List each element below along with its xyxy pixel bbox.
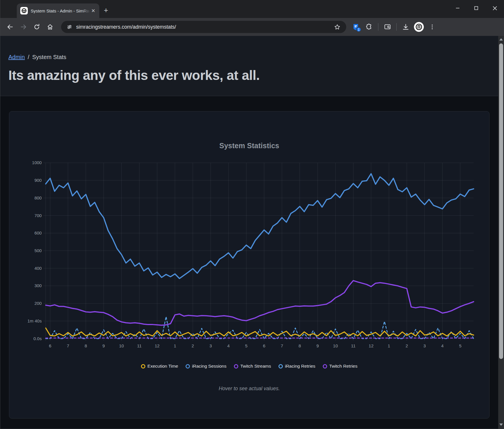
- address-bar[interactable]: simracingstreamers.com/admin/systemstats…: [61, 21, 346, 33]
- site-settings-icon[interactable]: [65, 23, 74, 31]
- y-axis-tick-label: 1000: [32, 160, 42, 165]
- x-axis-tick-label: 9: [316, 343, 319, 348]
- x-axis-tick-label: 1: [388, 343, 390, 348]
- x-axis-tick-label: 6: [263, 343, 265, 348]
- extension-badge: 1: [356, 27, 361, 32]
- x-axis-tick-label: 3: [209, 343, 212, 348]
- steering-wheel-icon: [21, 8, 27, 14]
- y-axis-tick-label: 300: [34, 283, 42, 288]
- privacy-extension-icon[interactable]: 1: [350, 21, 362, 33]
- legend-marker-circle-icon: [141, 364, 145, 368]
- browser-titlebar: System Stats - Admin - SimRaci ✕ +: [0, 0, 504, 18]
- toolbar-separator: [396, 23, 397, 31]
- legend-marker-circle-icon: [186, 364, 190, 368]
- x-axis-tick-label: 6: [49, 343, 51, 348]
- legend-marker-circle-icon: [278, 364, 283, 368]
- legend-label: iRacing Sessions: [192, 364, 226, 369]
- x-axis-tick-label: 5: [245, 343, 248, 348]
- tab-close-icon[interactable]: ✕: [90, 8, 96, 14]
- browser-window: System Stats - Admin - SimRaci ✕ +: [0, 0, 504, 429]
- page-title: Its amazing any of this ever works, at a…: [8, 67, 490, 83]
- browser-toolbar: simracingstreamers.com/admin/systemstats…: [0, 18, 504, 36]
- page-header: Admin/System Stats Its amazing any of th…: [0, 36, 498, 96]
- bookmark-star-icon[interactable]: [332, 22, 342, 32]
- x-axis-tick-label: 5: [459, 343, 461, 348]
- x-axis-tick-label: 12: [369, 343, 374, 348]
- y-axis-tick-label: 1m 40s: [28, 318, 42, 323]
- legend-item[interactable]: iRacing Retries: [278, 364, 315, 369]
- window-minimize-button[interactable]: [448, 0, 467, 16]
- legend-label: Twitch Retries: [329, 364, 357, 369]
- scrollbar-thumb[interactable]: [499, 43, 503, 359]
- x-axis-tick-label: 2: [406, 343, 408, 348]
- legend-item[interactable]: Execution Time: [141, 364, 178, 369]
- url-text[interactable]: simracingstreamers.com/admin/systemstats…: [76, 24, 332, 30]
- x-axis-tick-label: 4: [441, 343, 443, 348]
- x-axis-tick-label: 2: [192, 343, 194, 348]
- x-axis-tick-label: 7: [67, 343, 69, 348]
- tab-title: System Stats - Admin - SimRaci: [31, 8, 90, 13]
- profile-avatar[interactable]: [413, 21, 425, 33]
- legend-item[interactable]: Twitch Streams: [234, 364, 271, 369]
- stats-card: System Statistics 1000900800700600500400…: [9, 111, 490, 419]
- legend-marker-circle-icon: [234, 364, 238, 368]
- legend-marker-circle-icon: [323, 364, 327, 368]
- y-axis-tick-label: 600: [34, 230, 42, 235]
- x-axis-tick-label: 1: [174, 343, 176, 348]
- page-content: System Statistics 1000900800700600500400…: [0, 96, 498, 419]
- page-scrollbar[interactable]: [498, 36, 504, 429]
- x-axis-tick-label: 8: [85, 343, 87, 348]
- y-axis-tick-label: 400: [34, 266, 42, 271]
- x-axis-tick-label: 10: [333, 343, 338, 348]
- x-axis-tick-label: 10: [119, 343, 124, 348]
- breadcrumb-separator: /: [28, 54, 30, 60]
- x-axis-tick-label: 3: [423, 343, 426, 348]
- reload-button[interactable]: [31, 21, 43, 33]
- home-button[interactable]: [44, 21, 56, 33]
- y-axis-tick-label: 0.0s: [34, 336, 42, 341]
- search-tabs-icon[interactable]: [381, 21, 393, 33]
- legend-item[interactable]: Twitch Retries: [323, 364, 357, 369]
- back-button[interactable]: [4, 21, 16, 33]
- new-tab-button[interactable]: +: [101, 5, 111, 15]
- chart-hint: Hover to see actual values.: [17, 386, 482, 392]
- legend-label: Twitch Streams: [240, 364, 271, 369]
- chart-title: System Statistics: [17, 142, 482, 150]
- breadcrumb-current: System Stats: [32, 54, 66, 60]
- web-page: Admin/System Stats Its amazing any of th…: [0, 36, 498, 429]
- browser-tab[interactable]: System Stats - Admin - SimRaci ✕: [17, 3, 99, 18]
- steering-wheel-avatar-icon: [415, 23, 423, 31]
- legend-item[interactable]: iRacing Sessions: [186, 364, 226, 369]
- extensions-puzzle-icon[interactable]: [363, 21, 375, 33]
- scrollbar-up-arrow[interactable]: [498, 36, 504, 42]
- site-favicon: [20, 7, 28, 14]
- x-axis-tick-label: 12: [155, 343, 160, 348]
- forward-button[interactable]: [18, 21, 29, 33]
- scrollbar-down-arrow[interactable]: [498, 422, 504, 428]
- chart-legend: Execution TimeiRacing SessionsTwitch Str…: [17, 364, 482, 369]
- window-maximize-button[interactable]: [467, 0, 485, 16]
- breadcrumb: Admin/System Stats: [8, 54, 490, 60]
- legend-label: iRacing Retries: [285, 364, 315, 369]
- toolbar-separator: [378, 23, 378, 31]
- y-axis-tick-label: 900: [34, 178, 42, 183]
- x-axis-tick-label: 9: [102, 343, 105, 348]
- menu-kebab-icon[interactable]: [426, 21, 438, 33]
- x-axis-tick-label: 7: [281, 343, 283, 348]
- chart-svg[interactable]: 10009008007006005004003002001m 40s0.0s67…: [17, 160, 482, 360]
- y-axis-tick-label: 500: [34, 248, 42, 253]
- legend-label: Execution Time: [147, 364, 178, 369]
- window-close-button[interactable]: [485, 0, 504, 16]
- series-line-iracing-sessions[interactable]: [46, 174, 474, 278]
- y-axis-tick-label: 800: [34, 195, 42, 200]
- y-axis-tick-label: 700: [34, 213, 42, 218]
- x-axis-tick-label: 4: [227, 343, 230, 348]
- downloads-icon[interactable]: [399, 21, 412, 33]
- x-axis-tick-label: 11: [351, 343, 356, 348]
- y-axis-tick-label: 200: [34, 301, 42, 306]
- x-axis-tick-label: 11: [137, 343, 142, 348]
- x-axis-tick-label: 8: [298, 343, 301, 348]
- breadcrumb-admin-link[interactable]: Admin: [8, 54, 25, 60]
- series-line-twitch-streams[interactable]: [46, 280, 474, 325]
